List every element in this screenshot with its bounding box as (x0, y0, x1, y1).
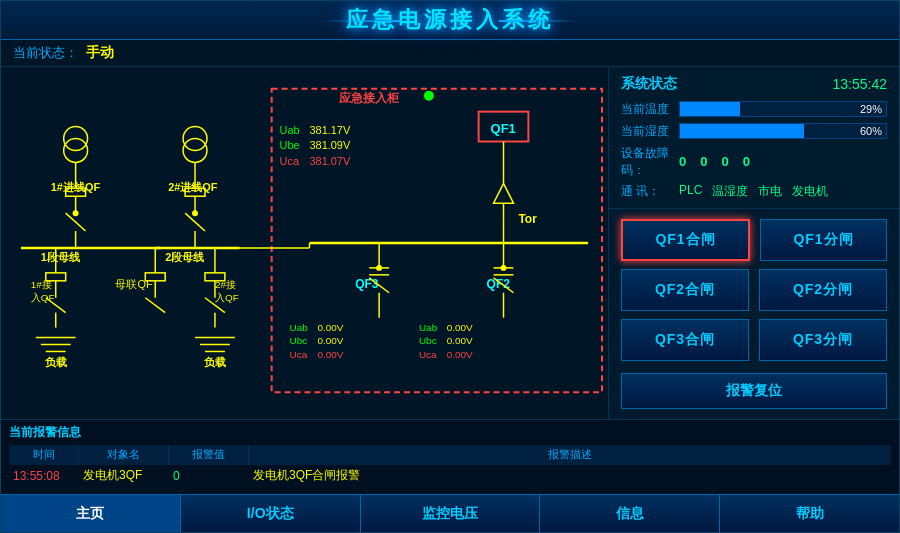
svg-text:0.00V: 0.00V (447, 321, 473, 332)
qf1-btn-row: QF1合闸 QF1分闸 (621, 219, 887, 261)
svg-text:0.00V: 0.00V (317, 335, 343, 346)
svg-text:0.00V: 0.00V (447, 349, 473, 360)
status-value: 手动 (86, 44, 114, 62)
svg-point-52 (424, 91, 434, 101)
svg-point-80 (501, 265, 507, 271)
comm-gen: 发电机 (792, 183, 828, 200)
svg-text:负载: 负载 (45, 356, 67, 368)
fault-val-3: 0 (743, 154, 750, 169)
comm-power: 市电 (758, 183, 782, 200)
svg-text:Uca: Uca (280, 155, 300, 167)
comm-items: PLC 温湿度 市电 发电机 (679, 183, 828, 200)
header: 应急电源接入系统 (1, 1, 899, 40)
qf3-btn-row: QF3合闸 QF3分闸 (621, 319, 887, 361)
svg-text:Ubc: Ubc (290, 335, 308, 346)
qf3-open-button[interactable]: QF3分闸 (759, 319, 887, 361)
svg-text:Uab: Uab (290, 321, 309, 332)
qf2-btn-row: QF2合闸 QF2分闸 (621, 269, 887, 311)
qf1-open-button[interactable]: QF1分闸 (760, 219, 887, 261)
nav-monitor[interactable]: 监控电压 (361, 495, 541, 532)
svg-text:0.00V: 0.00V (447, 335, 473, 346)
nav-help[interactable]: 帮助 (720, 495, 899, 532)
comm-label: 通 讯： (621, 183, 673, 200)
humidity-value: 60% (860, 124, 882, 138)
qf2-open-button[interactable]: QF2分闸 (759, 269, 887, 311)
temp-bar-fill (680, 102, 740, 116)
alert-cell-time: 13:55:08 (9, 469, 79, 483)
svg-text:0.00V: 0.00V (317, 349, 343, 360)
qf2-close-button[interactable]: QF2合闸 (621, 269, 749, 311)
alert-cell-name: 发电机3QF (79, 467, 169, 484)
alert-table-header: 时间 对象名 报警值 报警描述 (9, 445, 891, 465)
comm-plc: PLC (679, 183, 702, 200)
svg-text:2#进线QF: 2#进线QF (168, 181, 218, 193)
nav-monitor-label: 监控电压 (422, 505, 478, 523)
fault-val-1: 0 (700, 154, 707, 169)
temp-label: 当前温度 (621, 101, 673, 118)
nav-home[interactable]: 主页 (1, 495, 181, 532)
nav-home-label: 主页 (76, 505, 104, 523)
svg-text:Uca: Uca (419, 349, 437, 360)
diagram-svg: 1#进线QF 2#进线QF (1, 67, 608, 419)
nav-info-label: 信息 (616, 505, 644, 523)
alert-col-time: 时间 (9, 445, 79, 465)
main-container: 应急电源接入系统 当前状态： 手动 1#进线QF (0, 0, 900, 533)
right-panel: 系统状态 13:55:42 当前温度 29% 当前湿度 60% (609, 67, 899, 419)
alert-row: 13:55:08 发电机3QF 0 发电机3QF合闸报警 (9, 465, 891, 487)
svg-text:0.00V: 0.00V (317, 321, 343, 332)
humidity-row: 当前湿度 60% (621, 123, 887, 140)
svg-text:应急接入柜: 应急接入柜 (338, 90, 400, 104)
svg-text:QF2: QF2 (487, 277, 511, 291)
status-bar: 当前状态： 手动 (1, 40, 899, 66)
svg-point-8 (73, 210, 79, 216)
svg-point-73 (376, 265, 382, 271)
qf3-close-button[interactable]: QF3合闸 (621, 319, 749, 361)
alert-cell-desc: 发电机3QF合闸报警 (249, 467, 891, 484)
comm-row: 通 讯： PLC 温湿度 市电 发电机 (621, 183, 887, 200)
svg-text:381.07V: 381.07V (309, 155, 350, 167)
humidity-bar: 60% (679, 123, 887, 139)
svg-text:入QF: 入QF (215, 292, 239, 303)
system-status: 系统状态 13:55:42 当前温度 29% 当前湿度 60% (609, 67, 899, 209)
fault-label: 设备故障码： (621, 145, 673, 179)
alert-title: 当前报警信息 (9, 424, 891, 441)
svg-text:母联QF: 母联QF (115, 278, 153, 290)
fault-val-0: 0 (679, 154, 686, 169)
svg-text:Ubc: Ubc (419, 335, 437, 346)
svg-text:QF3: QF3 (355, 277, 379, 291)
qf1-close-button[interactable]: QF1合闸 (621, 219, 750, 261)
temp-bar: 29% (679, 101, 887, 117)
svg-text:Uab: Uab (419, 321, 438, 332)
bottom-nav: 主页 I/O状态 监控电压 信息 帮助 (1, 494, 899, 532)
fault-val-2: 0 (721, 154, 728, 169)
alert-col-name: 对象名 (79, 445, 169, 465)
diagram-area: 1#进线QF 2#进线QF (1, 67, 609, 419)
svg-text:Tor: Tor (518, 212, 537, 226)
sys-time: 13:55:42 (833, 76, 888, 92)
svg-text:2段母线: 2段母线 (165, 251, 204, 263)
alert-col-desc: 报警描述 (249, 445, 891, 465)
svg-text:负载: 负载 (204, 356, 226, 368)
nav-info[interactable]: 信息 (540, 495, 720, 532)
svg-text:QF1: QF1 (491, 120, 516, 135)
alert-col-val: 报警值 (169, 445, 249, 465)
humidity-bar-fill (680, 124, 804, 138)
svg-text:Uab: Uab (280, 123, 300, 135)
nav-io-label: I/O状态 (247, 505, 294, 523)
page-title: 应急电源接入系统 (346, 5, 554, 35)
fault-row: 设备故障码： 0 0 0 0 (621, 145, 887, 179)
nav-io[interactable]: I/O状态 (181, 495, 361, 532)
sys-status-header: 系统状态 13:55:42 (621, 75, 887, 93)
alert-section: 当前报警信息 时间 对象名 报警值 报警描述 13:55:08 发电机3QF 0… (1, 419, 899, 495)
nav-help-label: 帮助 (796, 505, 824, 523)
buttons-section: QF1合闸 QF1分闸 QF2合闸 QF2分闸 QF3合闸 QF3分闸 报警复位 (609, 209, 899, 419)
status-label: 当前状态： (13, 44, 78, 62)
humidity-label: 当前湿度 (621, 123, 673, 140)
temp-row: 当前温度 29% (621, 101, 887, 118)
svg-text:1段母线: 1段母线 (41, 251, 80, 263)
alert-reset-button[interactable]: 报警复位 (621, 373, 887, 409)
svg-text:Uca: Uca (290, 349, 308, 360)
svg-text:381.17V: 381.17V (309, 123, 350, 135)
svg-text:Ube: Ube (280, 139, 300, 151)
alert-cell-val: 0 (169, 469, 249, 483)
